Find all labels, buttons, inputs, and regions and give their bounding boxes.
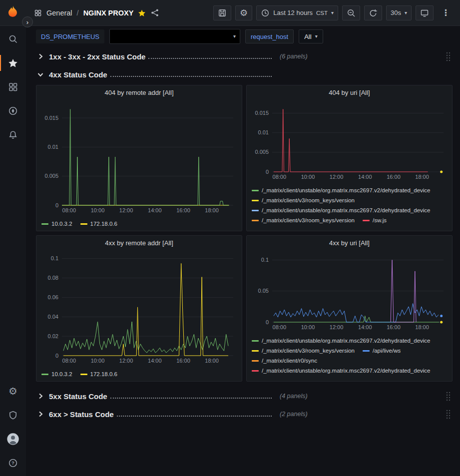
sidebar-item-explore[interactable] [0, 99, 26, 123]
timeseries-chart-4xx-by-uri[interactable]: 00.050.108:0010:0012:0014:0016:0018:00 [250, 250, 449, 331]
svg-text:14:00: 14:00 [148, 207, 162, 213]
svg-text:12:00: 12:00 [330, 174, 344, 180]
legend-label: 10.0.3.2 [51, 371, 72, 377]
legend-item[interactable]: /sw.js [363, 217, 387, 223]
legend-item[interactable]: /_matrix/client/v3/room_keys/version [252, 348, 355, 354]
sidebar-expand-button[interactable]: › [22, 16, 33, 27]
legend-item[interactable]: /api/live/ws [363, 348, 401, 354]
timeseries-chart-404-by-uri[interactable]: 00.0050.010.01508:0010:0012:0014:0016:00… [250, 99, 449, 181]
legend-item[interactable]: 172.18.0.6 [80, 221, 117, 227]
timeseries-chart-4xx-by-remote-addr[interactable]: 00.020.040.060.080.108:0010:0012:0014:00… [40, 250, 238, 365]
panel-404-by-uri: 404 by uri [All] 00.0050.010.01508:0010:… [246, 85, 453, 231]
legend-swatch [80, 374, 87, 375]
tv-mode-button[interactable] [416, 5, 434, 20]
shield-icon [8, 410, 18, 420]
sidebar-item-configuration[interactable]: ⚙ [0, 379, 26, 403]
sidebar-item-help[interactable]: ? [0, 451, 26, 475]
dashboard-title[interactable]: NGINX PROXY [83, 9, 134, 17]
panel-title[interactable]: 404 by uri [All] [247, 85, 452, 99]
toolbar: ⚙ Last 12 hours CST ▾ 30s ▾ [213, 5, 454, 20]
legend-swatch [252, 200, 259, 201]
chevron-down-icon: ▾ [233, 34, 236, 39]
dashboard-content: DS_PROMETHEUS ▾ request_host All ▾ 1xx -… [26, 26, 460, 422]
sidebar-item-starred[interactable] [0, 51, 26, 75]
time-range-picker[interactable]: Last 12 hours CST ▾ [256, 5, 338, 20]
legend-item[interactable]: /_matrix/client/unstable/org.matrix.msc2… [252, 207, 431, 213]
svg-text:0.01: 0.01 [258, 129, 269, 135]
dashboard-row-6xx[interactable]: 6xx > Status Code (2 panels) [36, 407, 453, 422]
grafana-logo[interactable] [0, 4, 26, 21]
row-title: 1xx - 3xx - 2xx Status Code [49, 52, 145, 61]
svg-text:08:00: 08:00 [62, 207, 76, 213]
dashboard-row-5xx[interactable]: 5xx Status Code (4 panels) [36, 389, 453, 404]
dashboard-row-4xx[interactable]: 4xx Status Code [36, 67, 453, 82]
svg-text:18:00: 18:00 [415, 324, 429, 330]
variable-request-host-select[interactable]: All ▾ [299, 29, 323, 43]
sidebar-item-profile[interactable] [0, 427, 26, 451]
svg-text:08:00: 08:00 [273, 174, 287, 180]
save-icon [218, 8, 227, 17]
legend-item[interactable]: /_matrix/client/v3/room_keys/version [252, 197, 355, 203]
legend-item[interactable]: /_matrix/client/unstable/org.matrix.msc2… [252, 187, 431, 193]
legend-swatch [252, 370, 259, 372]
legend-item[interactable]: 10.0.3.2 [41, 371, 72, 377]
star-icon [8, 58, 18, 68]
svg-text:0: 0 [55, 202, 58, 208]
svg-text:0.08: 0.08 [48, 275, 58, 281]
legend-label: /_matrix/client/unstable/org.matrix.msc2… [262, 368, 431, 374]
variable-ds-prometheus-select[interactable]: ▾ [109, 29, 240, 44]
sidebar-item-dashboards[interactable] [0, 75, 26, 99]
breadcrumb-section[interactable]: General [46, 9, 72, 17]
svg-text:0.02: 0.02 [48, 333, 58, 339]
kebab-icon: ⋮ [442, 8, 450, 17]
chevron-right-icon [36, 410, 45, 419]
timeseries-chart-404-by-remote-addr[interactable]: 00.0050.010.01508:0010:0012:0014:0016:00… [40, 99, 238, 214]
save-dashboard-button[interactable] [213, 5, 231, 20]
svg-text:0.015: 0.015 [44, 115, 58, 121]
legend-item[interactable]: 172.18.0.6 [80, 371, 117, 377]
legend-label: /_matrix/client/v3/room_keys/version [262, 217, 355, 223]
sidebar-item-alerting[interactable] [0, 123, 26, 147]
row-drag-handle[interactable] [445, 51, 453, 62]
legend-item[interactable]: /_matrix/client/unstable/org.matrix.msc2… [252, 338, 431, 344]
chart-legend: 10.0.3.2172.18.0.6 [36, 371, 242, 381]
panel-title[interactable]: 404 by remote addr [All] [36, 85, 242, 99]
panel-title[interactable]: 4xx by remote addr [All] [36, 236, 242, 250]
clock-icon [261, 8, 270, 17]
legend-item[interactable]: /_matrix/client/r0/sync [252, 358, 317, 364]
sidebar-item-server-admin[interactable] [0, 403, 26, 427]
legend-item[interactable]: /_matrix/client/v3/room_keys/version [252, 217, 355, 223]
share-icon[interactable] [150, 8, 160, 17]
legend-swatch [41, 223, 48, 225]
refresh-button[interactable] [364, 5, 382, 20]
row-drag-handle[interactable] [445, 409, 453, 420]
more-options-button[interactable]: ⋮ [438, 5, 454, 20]
sidebar-item-search[interactable] [0, 27, 26, 51]
svg-text:08:00: 08:00 [62, 358, 76, 364]
dashboard-settings-button[interactable]: ⚙ [235, 5, 252, 20]
row-drag-handle[interactable] [445, 391, 453, 402]
legend-swatch [252, 220, 259, 221]
favorite-star-icon[interactable] [138, 9, 146, 17]
legend-swatch [252, 340, 259, 342]
variable-ds-prometheus-label[interactable]: DS_PROMETHEUS [36, 29, 104, 43]
legend-label: 172.18.0.6 [90, 221, 117, 227]
legend-item[interactable]: /_matrix/client/unstable/org.matrix.msc2… [252, 368, 431, 374]
dashboard-row-1xx-3xx-2xx[interactable]: 1xx - 3xx - 2xx Status Code (6 panels) [36, 49, 453, 64]
svg-text:08:00: 08:00 [273, 324, 287, 330]
chevron-down-icon: ▾ [331, 10, 334, 15]
gear-icon: ⚙ [8, 386, 17, 396]
refresh-interval-label: 30s [391, 9, 401, 16]
svg-text:12:00: 12:00 [119, 207, 133, 213]
legend-swatch [363, 350, 370, 352]
variable-request-host-label[interactable]: request_host [245, 29, 294, 43]
chart-legend: 10.0.3.2172.18.0.6 [36, 221, 242, 231]
svg-text:16:00: 16:00 [176, 207, 190, 213]
refresh-interval-dropdown[interactable]: 30s ▾ [386, 5, 412, 20]
legend-item[interactable]: 10.0.3.2 [41, 221, 72, 227]
timezone-label: CST [316, 10, 328, 16]
zoom-out-button[interactable] [342, 5, 360, 20]
refresh-icon [369, 8, 378, 17]
panel-title[interactable]: 4xx by uri [All] [247, 236, 452, 250]
svg-text:10:00: 10:00 [91, 207, 105, 213]
